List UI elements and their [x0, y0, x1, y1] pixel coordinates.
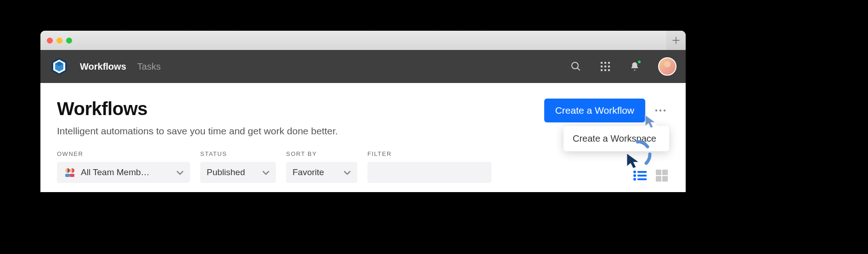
traffic-lights	[47, 38, 72, 44]
svg-point-19	[633, 174, 636, 177]
window-title-bar	[40, 31, 686, 50]
svg-rect-1	[601, 62, 603, 64]
svg-rect-15	[65, 174, 70, 177]
app-window: Workflows Tasks Workflows Intelligent au…	[40, 31, 686, 192]
maximize-window-button[interactable]	[66, 38, 72, 44]
svg-rect-26	[662, 176, 668, 182]
nav-tasks[interactable]: Tasks	[137, 61, 161, 72]
svg-rect-7	[601, 69, 603, 71]
chevron-down-icon	[262, 167, 270, 177]
app-logo-icon[interactable]	[50, 57, 69, 76]
user-avatar[interactable]	[658, 57, 676, 76]
team-members-icon	[63, 167, 76, 177]
svg-rect-2	[604, 62, 606, 64]
svg-rect-24	[662, 170, 668, 175]
svg-rect-25	[656, 176, 661, 182]
top-nav: Workflows Tasks	[40, 50, 686, 83]
owner-filter-label: OWNER	[57, 150, 190, 157]
page-subtitle: Intelligent automations to save you time…	[57, 126, 338, 137]
svg-rect-5	[604, 66, 606, 67]
svg-rect-20	[637, 175, 647, 177]
filter-input[interactable]	[367, 162, 491, 183]
notification-badge	[637, 60, 642, 64]
svg-rect-16	[70, 174, 74, 177]
apps-grid-icon[interactable]	[599, 61, 611, 72]
filter-filter-label: FILTER	[367, 150, 491, 157]
svg-point-21	[633, 178, 636, 181]
main-content: Workflows Intelligent automations to sav…	[40, 83, 686, 192]
chevron-down-icon	[344, 167, 351, 177]
svg-rect-8	[604, 69, 606, 71]
svg-rect-6	[608, 66, 610, 67]
status-filter-dropdown[interactable]: Published	[200, 162, 276, 183]
svg-rect-9	[608, 69, 610, 71]
loading-spinner-icon	[621, 138, 654, 170]
svg-rect-4	[601, 66, 603, 67]
cursor-pointer-icon	[643, 113, 660, 132]
svg-point-12	[664, 110, 665, 111]
owner-filter-dropdown[interactable]: All Team Memb…	[57, 162, 190, 183]
status-filter-label: STATUS	[200, 150, 276, 157]
svg-rect-23	[656, 170, 661, 175]
close-window-button[interactable]	[47, 38, 53, 44]
sort-filter-value: Favorite	[293, 167, 324, 177]
svg-point-10	[655, 110, 657, 111]
svg-rect-22	[637, 178, 647, 180]
page-title: Workflows	[57, 99, 338, 119]
notifications-icon[interactable]	[629, 61, 641, 72]
status-filter-value: Published	[207, 167, 245, 177]
minimize-window-button[interactable]	[56, 38, 62, 44]
filter-bar: OWNER All	[57, 150, 669, 183]
grid-view-toggle[interactable]	[654, 168, 669, 183]
new-tab-button[interactable]	[666, 31, 686, 50]
search-icon[interactable]	[570, 61, 582, 72]
chevron-down-icon	[176, 167, 184, 177]
sort-filter-label: SORT BY	[286, 150, 357, 157]
svg-point-11	[659, 110, 661, 111]
create-workflow-button[interactable]: Create a Workflow	[544, 99, 645, 122]
owner-filter-value: All Team Memb…	[81, 167, 150, 177]
sort-filter-dropdown[interactable]: Favorite	[286, 162, 357, 183]
nav-workflows[interactable]: Workflows	[80, 61, 126, 72]
svg-rect-3	[608, 62, 610, 64]
